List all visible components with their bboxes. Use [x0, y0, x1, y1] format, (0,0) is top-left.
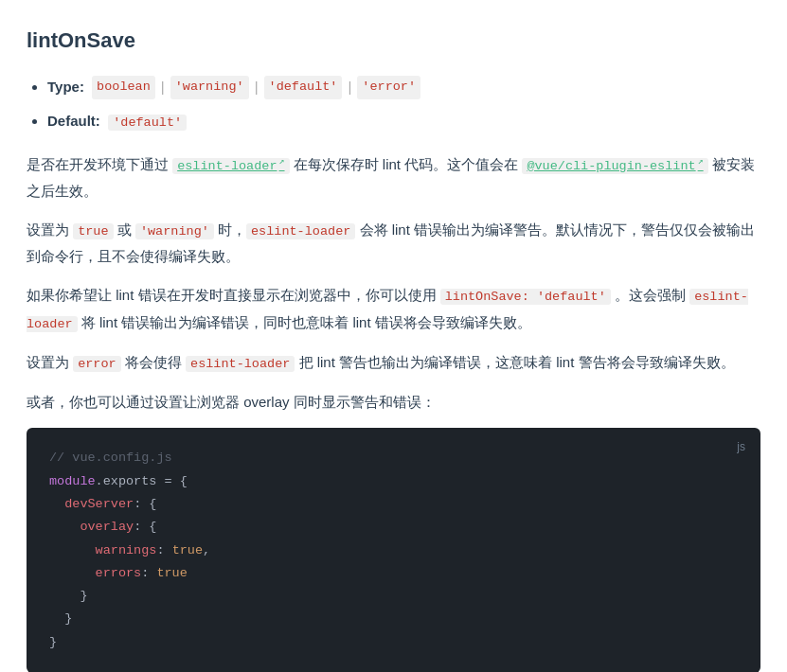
code-lintonsave-default: lintOnSave: 'default' [440, 289, 611, 305]
code-eslint-loader-2: eslint-loader [27, 289, 748, 331]
paragraph-2: 设置为 true 或 'warning' 时，eslint-loader 会将 … [27, 217, 760, 269]
meta-list: Type: boolean | 'warning' | 'default' | … [27, 75, 760, 133]
default-value: 'default' [108, 115, 187, 131]
pipe-1: | [161, 75, 165, 99]
code-error: error [73, 356, 121, 372]
code-line-9: } [49, 631, 738, 654]
type-label: Type: [47, 75, 84, 99]
code-line-2: module.exports = { [49, 470, 738, 493]
code-line-6: errors: true [49, 562, 738, 585]
code-eslint-loader-3: eslint-loader [186, 356, 295, 372]
page-title: lintOnSave [27, 23, 760, 58]
lang-label: js [737, 437, 745, 458]
code-line-3: devServer: { [49, 493, 738, 516]
content-section: 是否在开发环境下通过 eslint-loader 在每次保存时 lint 代码。… [27, 151, 760, 672]
type-boolean: boolean [92, 76, 155, 99]
default-label: Default: [47, 113, 100, 129]
default-meta: Default: 'default' [47, 109, 760, 134]
code-eslint-loader-1: eslint-loader [246, 223, 355, 239]
code-block: js // vue.config.js module.exports = { d… [27, 428, 760, 672]
pipe-2: | [255, 75, 259, 99]
code-warning: 'warning' [135, 223, 214, 239]
code-line-5: warnings: true, [49, 539, 738, 562]
code-line-7: } [49, 585, 738, 608]
type-error: 'error' [357, 76, 420, 99]
code-line-4: overlay: { [49, 516, 738, 539]
eslint-loader-link-1[interactable]: eslint-loader [172, 158, 289, 174]
vue-cli-plugin-eslint-link[interactable]: @vue/cli-plugin-eslint [522, 158, 707, 174]
code-true: true [73, 223, 113, 239]
code-line-8: } [49, 608, 738, 630]
paragraph-3: 如果你希望让 lint 错误在开发时直接显示在浏览器中，你可以使用 lintOn… [27, 282, 760, 336]
paragraph-4: 设置为 error 将会使得 eslint-loader 把 lint 警告也输… [27, 349, 760, 376]
paragraph-1: 是否在开发环境下通过 eslint-loader 在每次保存时 lint 代码。… [27, 151, 760, 203]
type-default: 'default' [264, 76, 343, 99]
code-line-1: // vue.config.js [49, 447, 738, 469]
paragraph-5: 或者，你也可以通过设置让浏览器 overlay 同时显示警告和错误： [27, 389, 760, 415]
type-warning: 'warning' [170, 76, 249, 99]
type-meta: Type: boolean | 'warning' | 'default' | … [47, 75, 760, 99]
pipe-3: | [348, 75, 351, 99]
